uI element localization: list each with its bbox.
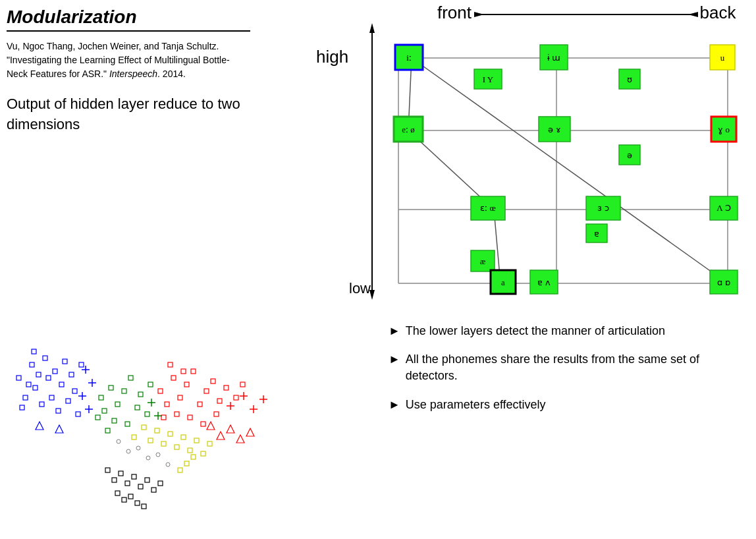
phoneme-lambda: Λ Ɔ <box>716 203 730 213</box>
svg-rect-81 <box>128 494 133 499</box>
svg-rect-19 <box>79 362 84 367</box>
svg-rect-67 <box>191 455 196 459</box>
svg-rect-71 <box>112 478 117 482</box>
svg-rect-66 <box>207 441 212 446</box>
svg-rect-17 <box>16 376 21 380</box>
blue-crosses <box>78 366 96 413</box>
svg-rect-49 <box>138 392 143 397</box>
svg-rect-16 <box>69 372 74 377</box>
svg-rect-6 <box>33 385 38 390</box>
svg-rect-13 <box>63 359 67 364</box>
bullet-2: ► All the phonemes share the results fro… <box>389 351 744 384</box>
svg-rect-44 <box>115 402 120 407</box>
svg-point-114 <box>136 446 140 450</box>
arrow-up <box>369 23 375 33</box>
svg-rect-42 <box>109 385 113 390</box>
yellow-cluster <box>132 425 212 472</box>
svg-rect-75 <box>138 484 143 489</box>
svg-rect-64 <box>194 438 199 443</box>
phoneme-emid: ə ɤ <box>548 125 560 134</box>
svg-rect-31 <box>188 415 192 420</box>
diag-main <box>412 58 728 283</box>
svg-rect-32 <box>201 422 205 426</box>
svg-rect-80 <box>122 497 126 502</box>
phoneme-eps: ɛː œ <box>480 203 496 213</box>
svg-point-113 <box>126 449 130 453</box>
svg-rect-52 <box>95 415 100 420</box>
scatter-svg <box>7 310 310 527</box>
svg-rect-38 <box>240 382 245 387</box>
phoneme-iback: ɨ ɯ <box>547 53 560 63</box>
svg-rect-35 <box>214 412 219 416</box>
svg-point-112 <box>117 440 121 443</box>
phoneme-aopen: ɑ ɒ <box>717 277 730 287</box>
left-panel: Modularization Vu, Ngoc Thang, Jochen We… <box>7 7 250 148</box>
svg-rect-60 <box>168 432 173 436</box>
svg-rect-65 <box>201 451 205 456</box>
phoneme-near-low: ɐ <box>594 229 599 239</box>
front-label: front <box>437 3 472 22</box>
phoneme-ae: æ <box>480 256 486 266</box>
svg-rect-46 <box>112 418 117 423</box>
svg-rect-72 <box>119 471 123 476</box>
svg-rect-82 <box>135 501 140 505</box>
bullet-3-text: Use parameters effectively <box>406 397 546 413</box>
svg-rect-54 <box>148 382 153 387</box>
svg-rect-3 <box>43 356 47 360</box>
gray-dots <box>117 440 170 467</box>
svg-rect-79 <box>115 491 120 496</box>
svg-rect-55 <box>132 435 136 440</box>
svg-rect-20 <box>76 412 80 416</box>
svg-rect-74 <box>132 474 136 479</box>
arrow-right <box>688 12 698 17</box>
arrow-icon-3: ► <box>389 397 400 413</box>
svg-rect-59 <box>161 441 166 446</box>
phoneme-chart: front back high low <box>296 0 756 316</box>
svg-rect-78 <box>158 481 163 486</box>
svg-rect-22 <box>171 376 176 380</box>
blue-cluster <box>16 349 84 416</box>
svg-point-115 <box>146 456 150 460</box>
phoneme-u: u <box>720 53 725 63</box>
bullets-section: ► The lower layers detect the manner of … <box>389 323 744 425</box>
svg-rect-63 <box>188 448 192 453</box>
svg-rect-34 <box>224 385 229 390</box>
svg-rect-69 <box>178 468 182 472</box>
red-triangles <box>207 422 254 443</box>
arrow-icon-2: ► <box>389 351 400 368</box>
red-crosses <box>227 392 267 413</box>
chart-svg: front back high low <box>296 0 756 316</box>
black-cluster <box>105 468 163 509</box>
back-label: back <box>700 3 737 22</box>
phoneme-o: ɣ o <box>718 125 730 134</box>
page-title: Modularization <box>7 7 250 32</box>
phoneme-a: a <box>501 277 505 287</box>
blue-triangles <box>36 412 63 433</box>
svg-marker-109 <box>36 422 43 430</box>
svg-marker-104 <box>207 422 215 430</box>
svg-rect-45 <box>122 389 126 393</box>
svg-rect-21 <box>158 389 163 393</box>
green-cluster <box>95 376 153 433</box>
svg-rect-57 <box>148 438 153 443</box>
svg-marker-107 <box>236 435 244 443</box>
svg-marker-106 <box>227 425 234 433</box>
svg-rect-25 <box>184 382 189 387</box>
svg-rect-1 <box>36 372 41 377</box>
svg-marker-108 <box>246 428 254 436</box>
svg-rect-36 <box>161 415 166 420</box>
bullet-3: ► Use parameters effectively <box>389 397 744 413</box>
high-label: high <box>316 47 348 67</box>
svg-rect-18 <box>72 389 77 393</box>
svg-rect-4 <box>23 395 28 400</box>
svg-rect-47 <box>128 376 133 380</box>
svg-rect-51 <box>125 422 130 426</box>
svg-rect-40 <box>168 362 173 367</box>
svg-rect-23 <box>165 402 169 407</box>
scatter-plot <box>7 310 310 527</box>
phoneme-i: iː <box>406 53 412 63</box>
svg-point-116 <box>156 453 160 457</box>
svg-rect-9 <box>59 382 64 387</box>
bullet-1-text: The lower layers detect the manner of ar… <box>406 323 665 339</box>
bullet-2-text: All the phonemes share the results from … <box>406 351 744 384</box>
